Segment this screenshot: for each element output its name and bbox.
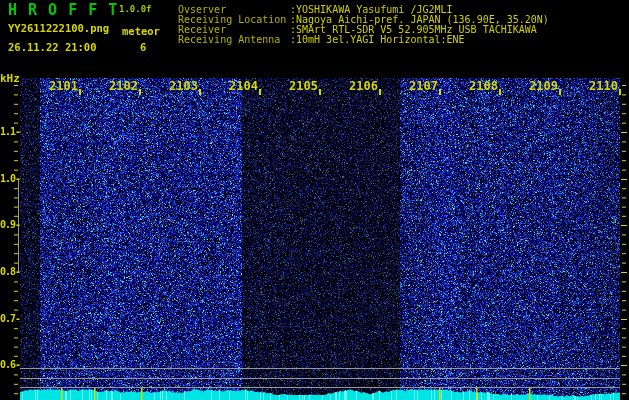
freq-tick-label: 0.7- (0, 314, 20, 324)
time-tick-label: 2107 (400, 80, 438, 92)
observation-datetime: 26.11.22 21:00 (8, 42, 97, 53)
time-tick-label: 2103 (160, 80, 198, 92)
time-tick-label: 2105 (280, 80, 318, 92)
time-tick-label: 2104 (220, 80, 258, 92)
spectrogram-canvas (0, 0, 629, 400)
output-filename: YY2611222100.png (8, 23, 109, 34)
freq-axis-unit: kHz (0, 73, 20, 84)
time-tick-label: 2109 (520, 80, 558, 92)
freq-tick-label: 0.6- (0, 360, 20, 370)
app-title: H R O F F T (8, 3, 118, 18)
meteor-count: 6 (140, 42, 146, 53)
observation-mode: meteor (122, 26, 160, 37)
freq-tick-label: 1.1- (0, 127, 20, 137)
station-info-label: Receiving Antenna (178, 35, 280, 45)
station-info-value: :10mH 3el.YAGI Horizontal:ENE (290, 35, 465, 45)
freq-tick-label: 0.9- (0, 220, 20, 230)
time-tick-label: 2108 (460, 80, 498, 92)
time-tick-label: 2102 (100, 80, 138, 92)
app-version: 1.0.0f (119, 5, 152, 14)
time-tick-label: 2106 (340, 80, 378, 92)
time-tick-label: 2101 (40, 80, 78, 92)
freq-tick-label: 0.8- (0, 267, 20, 277)
time-tick-label: 2110 (580, 80, 618, 92)
freq-tick-label: 1.0- (0, 174, 20, 184)
